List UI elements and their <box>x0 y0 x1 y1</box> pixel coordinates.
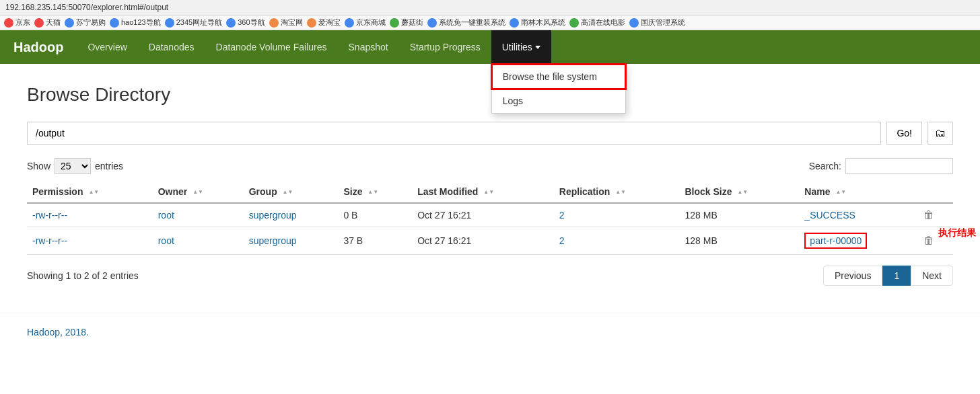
bookmark-icon-movie <box>569 18 579 28</box>
browser-bar: 192.168.235.145:50070/explorer.html#/out… <box>0 0 980 15</box>
cell-size-2: 37 B <box>338 227 412 255</box>
show-label: Show <box>27 161 50 171</box>
owner-link-1[interactable]: root <box>158 210 174 221</box>
bookmark-icon-reinstall <box>427 18 437 28</box>
owner-link-2[interactable]: root <box>158 235 174 246</box>
main-content: Browse Directory Go! 🗂 Show 10 25 50 100… <box>0 64 980 306</box>
delete-icon-1[interactable]: 🗑 <box>923 209 934 221</box>
sort-icon-replication[interactable]: ▲▼ <box>615 190 626 195</box>
col-size: Size ▲▼ <box>338 181 412 203</box>
bookmark-icon-guoqing <box>629 18 639 28</box>
permission-link-2[interactable]: -rw-r--r-- <box>32 235 67 246</box>
table-header-row: Permission ▲▼ Owner ▲▼ Group ▲▼ Size ▲▼ … <box>27 181 953 203</box>
name-link-1[interactable]: _SUCCESS <box>804 210 855 221</box>
col-group: Group ▲▼ <box>244 181 339 203</box>
sort-icon-last-modified[interactable]: ▲▼ <box>483 190 494 195</box>
show-entries-row: Show 10 25 50 100 entries Search: <box>27 158 953 174</box>
folder-icon: 🗂 <box>935 127 946 139</box>
show-left: Show 10 25 50 100 entries <box>27 158 123 174</box>
nav-item-startup-progress[interactable]: Startup Progress <box>399 30 491 64</box>
bookmark-suning[interactable]: 苏宁易购 <box>65 17 106 28</box>
footer-text: Hadoop, 2018. <box>27 327 89 338</box>
col-replication: Replication ▲▼ <box>554 181 680 203</box>
page-1-button[interactable]: 1 <box>882 266 911 286</box>
bookmark-aitaobao[interactable]: 爱淘宝 <box>307 17 341 28</box>
permission-link-1[interactable]: -rw-r--r-- <box>32 210 67 221</box>
col-name: Name ▲▼ <box>799 181 918 203</box>
bookmark-icon-360 <box>226 18 236 28</box>
navbar: Hadoop Overview Datanodes Datanode Volum… <box>0 30 980 64</box>
entries-label: entries <box>95 161 123 171</box>
cell-owner-2: root <box>153 227 244 255</box>
sort-icon-size[interactable]: ▲▼ <box>368 190 378 195</box>
cell-replication-1: 2 <box>554 203 680 227</box>
nav-item-datanodes[interactable]: Datanodes <box>138 30 205 64</box>
bookmark-icon-yulin <box>510 18 519 28</box>
cell-group-1: supergroup <box>244 203 339 227</box>
replication-link-2[interactable]: 2 <box>559 235 565 246</box>
nav-item-volume-failures[interactable]: Datanode Volume Failures <box>205 30 338 64</box>
bookmark-icon-aitaobao <box>307 18 316 28</box>
cell-name-1: _SUCCESS <box>799 203 918 227</box>
cell-owner-1: root <box>153 203 244 227</box>
bookmarks-bar: 京东 天猫 苏宁易购 hao123导航 2345网址导航 360导航 淘宝网 爱… <box>0 15 980 30</box>
bookmark-guoqing[interactable]: 国庆管理系统 <box>629 17 685 28</box>
name-highlight-box: part-r-00000 <box>804 233 867 249</box>
next-button[interactable]: Next <box>911 266 953 286</box>
bookmark-jd[interactable]: 京东 <box>4 17 30 28</box>
replication-link-1[interactable]: 2 <box>559 210 565 221</box>
navbar-brand[interactable]: Hadoop <box>13 30 77 64</box>
path-input[interactable] <box>27 122 881 145</box>
go-button[interactable]: Go! <box>886 122 922 145</box>
bookmark-yulin[interactable]: 雨林木风系统 <box>510 17 565 28</box>
pagination-row: Showing 1 to 2 of 2 entries Previous 1 N… <box>27 266 953 286</box>
bookmark-hao123[interactable]: hao123导航 <box>110 17 161 28</box>
col-block-size: Block Size ▲▼ <box>679 181 799 203</box>
bookmark-icon-jdshop <box>345 18 354 28</box>
bookmark-movie[interactable]: 高清在线电影 <box>569 17 625 28</box>
nav-item-snapshot[interactable]: Snapshot <box>338 30 399 64</box>
nav-item-overview[interactable]: Overview <box>77 30 137 64</box>
delete-icon-2[interactable]: 🗑 <box>923 235 934 246</box>
footer: Hadoop, 2018. <box>0 313 980 351</box>
bookmark-jdshop[interactable]: 京东商城 <box>345 17 386 28</box>
col-owner: Owner ▲▼ <box>153 181 244 203</box>
bookmark-2345[interactable]: 2345网址导航 <box>165 17 222 28</box>
bookmark-icon-suning <box>65 18 74 28</box>
name-link-2[interactable]: part-r-00000 <box>810 235 862 246</box>
showing-text: Showing 1 to 2 of 2 entries <box>27 270 139 281</box>
path-row: Go! 🗂 <box>27 122 953 145</box>
cell-replication-2: 2 <box>554 227 680 255</box>
bookmark-tianmao[interactable]: 天猫 <box>34 17 61 28</box>
sort-icon-name[interactable]: ▲▼ <box>835 190 846 195</box>
bookmark-taobao[interactable]: 淘宝网 <box>269 17 303 28</box>
search-input[interactable] <box>845 158 953 174</box>
search-label: Search: <box>809 161 841 171</box>
cell-modified-2: Oct 27 16:21 <box>412 227 554 255</box>
cell-delete-2: 🗑 执行结果 <box>918 227 953 255</box>
group-link-1[interactable]: supergroup <box>249 210 297 221</box>
page-title: Browse Directory <box>27 84 953 106</box>
sort-icon-block-size[interactable]: ▲▼ <box>737 190 748 195</box>
sort-icon-permission[interactable]: ▲▼ <box>88 190 99 195</box>
nav-item-utilities[interactable]: Utilities Browse the file system Logs <box>491 30 551 64</box>
sort-icon-owner[interactable]: ▲▼ <box>193 190 203 195</box>
utilities-dropdown-menu: Browse the file system Logs <box>491 64 626 114</box>
entries-select[interactable]: 10 25 50 100 <box>55 158 91 174</box>
bookmark-icon-2345 <box>165 18 174 28</box>
utilities-caret-icon <box>535 46 540 49</box>
sort-icon-group[interactable]: ▲▼ <box>283 190 293 195</box>
dropdown-item-logs[interactable]: Logs <box>492 89 625 113</box>
bookmark-mogu[interactable]: 蘑菇街 <box>390 17 423 28</box>
dropdown-item-browse-filesystem[interactable]: Browse the file system <box>492 65 625 89</box>
cell-blocksize-2: 128 MB <box>679 227 799 255</box>
cell-permission-2: -rw-r--r-- <box>27 227 153 255</box>
table-row: -rw-r--r-- root supergroup 37 B Oct 27 1… <box>27 227 953 255</box>
bookmark-icon-tianmao <box>34 18 44 28</box>
bookmark-reinstall[interactable]: 系统免一键重装系统 <box>427 17 505 28</box>
cell-name-2: part-r-00000 <box>799 227 918 255</box>
previous-button[interactable]: Previous <box>823 266 882 286</box>
folder-button[interactable]: 🗂 <box>928 122 953 145</box>
group-link-2[interactable]: supergroup <box>249 235 297 246</box>
bookmark-360[interactable]: 360导航 <box>226 17 265 28</box>
